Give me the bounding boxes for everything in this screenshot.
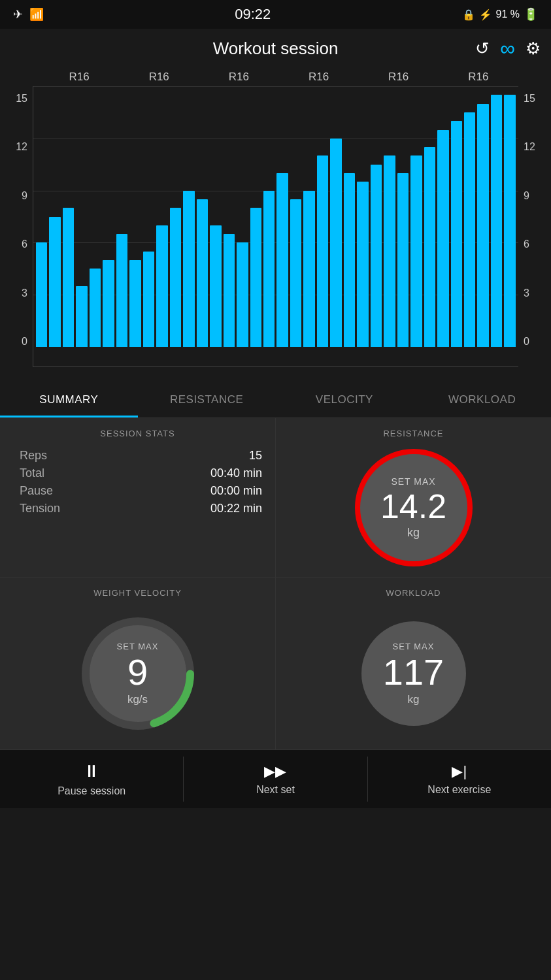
status-time: 09:22: [235, 6, 271, 23]
stat-row-pause: Pause 00:00 min: [20, 484, 262, 498]
reps-value: 15: [249, 449, 262, 463]
tension-label: Tension: [20, 502, 60, 515]
reps-label: Reps: [20, 449, 47, 463]
bar: [397, 173, 409, 347]
chart-top-labels: R16 R16 R16 R16 R16 R16: [7, 68, 544, 86]
next-set-button[interactable]: ▶▶ Next set: [184, 750, 367, 808]
bar: [477, 104, 488, 347]
tab-workload[interactable]: WORKLOAD: [413, 382, 551, 417]
chart-label-r16-2: R16: [149, 71, 169, 84]
bar: [170, 208, 181, 347]
total-value: 00:40 min: [210, 466, 262, 480]
next-exercise-button[interactable]: ▶| Next exercise: [368, 750, 551, 808]
chart-label-r16-4: R16: [309, 71, 329, 84]
bar: [357, 182, 368, 347]
stat-row-tension: Tension 00:22 min: [20, 502, 262, 515]
bar: [250, 208, 261, 347]
chart-label-r16-6: R16: [468, 71, 488, 84]
workload-gauge-inner: SET MAX 117 kg: [383, 642, 444, 706]
bar: [224, 234, 235, 347]
status-left: ✈ 📶: [13, 7, 44, 22]
weight-velocity-title: WEIGHT VELOCITY: [93, 588, 182, 598]
bar: [129, 260, 141, 347]
bar: [197, 199, 208, 347]
bar: [437, 130, 448, 348]
resistance-unit: kg: [407, 526, 420, 540]
bar: [303, 191, 314, 347]
velocity-value: 9: [127, 654, 148, 691]
velocity-gauge-inner: SET MAX 9 kg/s: [117, 642, 159, 706]
bar: [384, 155, 395, 347]
bar: [63, 208, 74, 347]
pause-icon: ⏸: [83, 761, 100, 781]
resistance-set-max-label: SET MAX: [391, 476, 435, 487]
bar: [183, 191, 194, 347]
airplane-icon: ✈: [13, 7, 23, 22]
page-title: Workout session: [213, 39, 339, 59]
bar: [49, 217, 60, 348]
bars-wrapper: [33, 86, 518, 347]
battery-icon: 🔋: [524, 7, 538, 22]
next-exercise-icon: ▶|: [452, 763, 467, 780]
pause-value: 00:00 min: [210, 484, 262, 498]
total-label: Total: [20, 466, 44, 480]
y-axis-left: 15129630: [7, 86, 33, 367]
workload-value: 117: [383, 654, 444, 691]
bar: [263, 191, 275, 347]
bar: [317, 155, 328, 347]
battery-percent: 91 %: [496, 8, 520, 20]
bar: [451, 121, 462, 347]
resistance-cell: RESISTANCE SET MAX 14.2 kg: [276, 418, 551, 577]
velocity-unit: kg/s: [127, 693, 148, 706]
infinity-icon[interactable]: ∞: [500, 37, 515, 61]
refresh-icon[interactable]: ↺: [475, 39, 490, 59]
velocity-gauge: SET MAX 9 kg/s: [73, 608, 203, 739]
workload-title: WORKLOAD: [386, 588, 441, 598]
workload-set-max-label: SET MAX: [393, 642, 435, 651]
session-stats-content: Reps 15 Total 00:40 min Pause 00:00 min …: [13, 449, 262, 515]
stat-row-total: Total 00:40 min: [20, 466, 262, 480]
bar: [143, 252, 154, 347]
session-stats-title: SESSION STATS: [100, 429, 175, 438]
chart-label-r16-5: R16: [388, 71, 409, 84]
chart-inner: 15129630 15129630: [7, 86, 544, 367]
chart-label-r16-3: R16: [229, 71, 249, 84]
chart-label-r16-1: R16: [69, 71, 89, 84]
bar: [344, 173, 355, 347]
y-axis-right: 15129630: [518, 86, 544, 367]
next-set-label: Next set: [256, 784, 295, 796]
chart-container: R16 R16 R16 R16 R16 R16 15129630 1512963…: [0, 68, 551, 382]
velocity-set-max-label: SET MAX: [117, 642, 159, 651]
pause-label: Pause: [20, 484, 53, 498]
bar: [116, 234, 127, 347]
tab-summary[interactable]: SUMMARY: [0, 382, 138, 417]
wifi-icon: 📶: [29, 7, 44, 22]
bar: [210, 225, 221, 347]
next-exercise-label: Next exercise: [427, 784, 491, 796]
settings-icon[interactable]: ⚙: [526, 39, 541, 59]
bar: [504, 95, 515, 347]
bar: [330, 139, 341, 347]
bar: [90, 269, 101, 347]
bar: [103, 260, 114, 347]
lock-icon: 🔒: [462, 8, 475, 21]
next-set-icon: ▶▶: [264, 763, 286, 780]
tension-value: 00:22 min: [210, 502, 262, 515]
bar: [410, 155, 422, 347]
tab-resistance[interactable]: RESISTANCE: [138, 382, 276, 417]
bar: [237, 242, 248, 347]
header: Workout session ↺ ∞ ⚙: [0, 29, 551, 68]
header-icons: ↺ ∞ ⚙: [475, 37, 541, 61]
status-bar: ✈ 📶 09:22 🔒 ⚡ 91 % 🔋: [0, 0, 551, 29]
stat-row-reps: Reps 15: [20, 449, 262, 463]
tabs: SUMMARY RESISTANCE VELOCITY WORKLOAD: [0, 382, 551, 418]
bar: [371, 165, 382, 347]
pause-session-button[interactable]: ⏸ Pause session: [0, 750, 183, 808]
resistance-title: RESISTANCE: [383, 429, 443, 438]
workload-gauge: SET MAX 117 kg: [348, 608, 479, 739]
bar: [276, 173, 288, 347]
tab-velocity[interactable]: VELOCITY: [276, 382, 414, 417]
bar: [156, 225, 167, 347]
session-stats-cell: SESSION STATS Reps 15 Total 00:40 min Pa…: [0, 418, 275, 577]
bar: [464, 112, 475, 347]
